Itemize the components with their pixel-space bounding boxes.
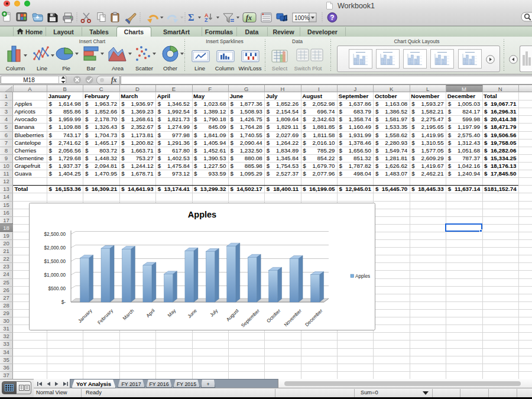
svg-text:$-: $-	[61, 300, 66, 305]
svg-text:fx: fx	[246, 14, 252, 22]
svg-text:100%: 100%	[294, 15, 310, 21]
svg-text:Z: Z	[205, 17, 208, 23]
svg-text:$2,000.00: $2,000.00	[44, 245, 66, 251]
svg-text:$2,500.00: $2,500.00	[44, 232, 66, 237]
svg-text:$1,000.00: $1,000.00	[44, 273, 66, 278]
svg-text:Σ: Σ	[188, 12, 194, 22]
svg-text:Apples: Apples	[188, 210, 216, 219]
svg-text:?: ?	[330, 14, 334, 22]
svg-text:Apples: Apples	[355, 274, 370, 279]
svg-text:$500.00: $500.00	[48, 286, 66, 291]
svg-text:$1,500.00: $1,500.00	[44, 259, 66, 264]
